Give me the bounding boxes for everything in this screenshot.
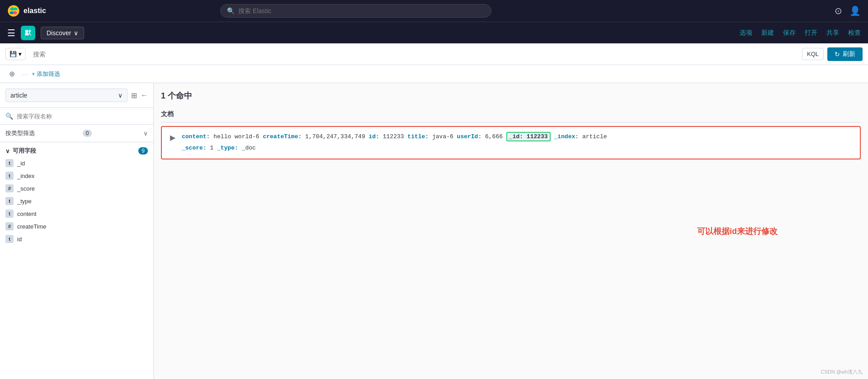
header-bar: ☰ 默 Discover ∨ 选项 新建 保存 打开 共享 检查 — [0, 22, 868, 43]
search-icon: 🔍 — [227, 7, 235, 14]
userid-value: 6,666 — [485, 133, 506, 140]
field-item-index[interactable]: t _index — [0, 169, 153, 182]
field-item-content[interactable]: t content — [0, 207, 153, 220]
field-item-createtime[interactable]: # createTime — [0, 220, 153, 233]
sidebar-controls: ⊞ ← — [131, 91, 148, 100]
refresh-button[interactable]: ↻ 刷新 — [827, 47, 863, 61]
field-search-icon: 🔍 — [5, 112, 13, 120]
search-toolbar: 💾 ▾ KQL ↻ 刷新 — [0, 43, 868, 65]
available-fields-label: ∨ 可用字段 — [5, 147, 36, 155]
svg-point-0 — [8, 5, 19, 16]
field-name: content — [17, 211, 37, 217]
available-fields-text: 可用字段 — [13, 147, 36, 155]
inspect-link[interactable]: 检查 — [848, 29, 861, 37]
title-label: title: — [407, 133, 429, 140]
id-value: 112233 — [383, 133, 408, 140]
svg-point-4 — [14, 8, 17, 10]
annotation-text: 可以根据id来进行修改 — [697, 226, 778, 237]
refresh-label: 刷新 — [843, 50, 855, 58]
discover-label: Discover — [47, 29, 71, 37]
global-search-bar[interactable]: 🔍 — [220, 4, 491, 18]
options-link[interactable]: 选项 — [740, 29, 752, 37]
index-selector-row: article ∨ ⊞ ← — [0, 83, 153, 108]
help-icon-button[interactable]: ⊙ — [835, 5, 842, 16]
nav-icon-group: ⊙ 👤 — [835, 5, 861, 16]
expand-row-button[interactable]: ▶ — [169, 132, 176, 143]
sidebar: article ∨ ⊞ ← 🔍 按类型筛选 0 ∨ ∨ 可用字段 9 — [0, 83, 154, 379]
field-type-badge: t — [5, 210, 14, 218]
field-name: createTime — [17, 223, 47, 230]
search-query-input[interactable] — [29, 49, 798, 60]
field-name: _type — [17, 198, 32, 205]
fields-count-badge: 9 — [138, 147, 148, 154]
elastic-logo: elastic — [7, 5, 46, 17]
svg-point-3 — [10, 11, 14, 14]
filter-separator: — — [22, 70, 28, 78]
chevron-down-icon: ∨ — [74, 29, 78, 37]
userid-label: userId: — [457, 133, 482, 140]
save-icon: 💾 — [9, 51, 17, 57]
add-filter-label: + 添加筛选 — [32, 70, 60, 78]
index-value: article — [582, 133, 607, 140]
field-search-input[interactable] — [17, 113, 148, 120]
field-name: _id — [17, 160, 25, 167]
global-search-input[interactable] — [238, 7, 485, 14]
createtime-value: 1,704,247,334,749 — [305, 133, 368, 140]
results-count: 1 个命中 — [161, 90, 861, 101]
save-link[interactable]: 保存 — [783, 29, 796, 37]
grid-view-button[interactable]: ⊞ — [131, 91, 137, 100]
index-label: _index: — [554, 133, 579, 140]
score-label: _score: — [182, 145, 207, 151]
filter-bar: ⊕ — + 添加筛选 — [0, 65, 868, 83]
add-filter-button[interactable]: + 添加筛选 — [32, 70, 60, 78]
doc-row-inner: ▶ content: hello world-6 createTime: 1,7… — [169, 132, 853, 153]
share-link[interactable]: 共享 — [826, 29, 839, 37]
discover-dropdown-button[interactable]: Discover ∨ — [41, 27, 84, 39]
doc-content: content: hello world-6 createTime: 1,704… — [182, 132, 853, 153]
watermark: CSDN @wh渣八九 — [821, 369, 863, 375]
doc-line-2: _score: 1 _type: _doc — [182, 144, 853, 153]
top-navigation: elastic 🔍 ⊙ 👤 — [0, 0, 868, 22]
field-item-id[interactable]: t _id — [0, 157, 153, 169]
field-name: _score — [17, 185, 35, 192]
field-name: id — [17, 236, 22, 243]
type-label: _type: — [217, 145, 238, 151]
user-icon-button[interactable]: 👤 — [849, 5, 861, 16]
content-label: content: — [182, 133, 210, 140]
field-item-id-field[interactable]: t id — [0, 233, 153, 245]
field-type-badge: t — [5, 172, 14, 180]
hamburger-button[interactable]: ☰ — [7, 28, 15, 38]
createtime-label: createTime: — [263, 133, 302, 140]
save-icon-button[interactable]: 💾 ▾ — [5, 48, 26, 60]
elastic-logo-text: elastic — [24, 7, 46, 15]
content-value: hello world-6 — [213, 133, 263, 140]
index-dropdown[interactable]: article ∨ — [5, 89, 127, 102]
header-actions: 选项 新建 保存 打开 共享 检查 — [740, 29, 861, 37]
highlighted-id: _id: 112233 — [506, 132, 551, 141]
new-link[interactable]: 新建 — [761, 29, 774, 37]
collapse-button[interactable]: ← — [141, 91, 148, 100]
id-label: id: — [369, 133, 379, 140]
doc-table-header: 文档 — [161, 107, 861, 122]
field-type-badge: t — [5, 159, 14, 167]
field-type-badge: t — [5, 235, 14, 243]
field-type-badge: t — [5, 197, 14, 205]
fields-list: t _id t _index # _score t _type t conten… — [0, 157, 153, 245]
save-dropdown-icon: ▾ — [19, 51, 22, 57]
doc-line-1: content: hello world-6 createTime: 1,704… — [182, 132, 853, 142]
field-item-score[interactable]: # _score — [0, 182, 153, 195]
filter-by-type-row[interactable]: 按类型筛选 0 ∨ — [0, 125, 153, 142]
field-item-type[interactable]: t _type — [0, 195, 153, 207]
filter-options-button[interactable]: ⊕ — [5, 68, 18, 80]
discover-badge: 默 — [21, 26, 35, 40]
open-link[interactable]: 打开 — [805, 29, 817, 37]
document-row: ▶ content: hello world-6 createTime: 1,7… — [161, 126, 861, 159]
kql-button[interactable]: KQL — [802, 48, 824, 60]
field-type-badge: # — [5, 184, 14, 192]
score-value: 1 — [210, 145, 217, 151]
main-layout: article ∨ ⊞ ← 🔍 按类型筛选 0 ∨ ∨ 可用字段 9 — [0, 83, 868, 379]
collapse-icon: ∨ — [5, 148, 10, 154]
field-type-badge: # — [5, 222, 14, 230]
field-search-row[interactable]: 🔍 — [0, 108, 153, 125]
available-fields-header: ∨ 可用字段 9 — [0, 142, 153, 157]
